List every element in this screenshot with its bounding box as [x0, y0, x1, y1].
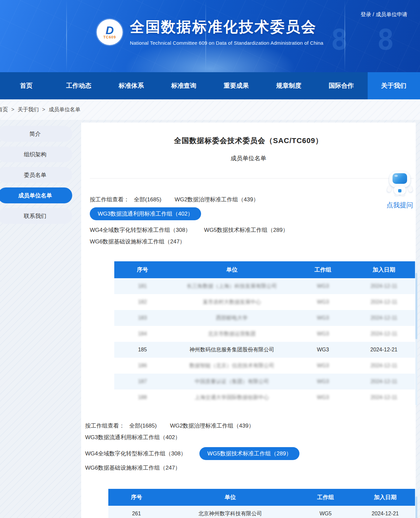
assistant-label[interactable]: 点我提问 — [385, 201, 415, 210]
table-row: 182某市农村大数据发展中心WG32024-12-11 — [114, 294, 415, 310]
table-header-row: 序号 单位 工作组 加入日期 — [108, 489, 415, 506]
nav-item-重要成果[interactable]: 重要成果 — [210, 72, 263, 99]
col-header-unit: 单位 — [165, 489, 296, 506]
filter-option[interactable]: 全部(1685) — [134, 196, 161, 203]
site-brand[interactable]: D TC609 全国数据标准化技术委员会 National Technical … — [97, 17, 323, 46]
nav-item-首页[interactable]: 首页 — [0, 72, 53, 99]
site-subtitle-en: National Technical Committee 609 on Data… — [130, 40, 323, 46]
nav-item-标准体系[interactable]: 标准体系 — [105, 72, 158, 99]
filter-group-wg5: 按工作组查看： 全部(1685)WG2数据治理标准工作组（439）WG3数据流通… — [85, 420, 376, 474]
filter-option[interactable]: 全部(1685) — [129, 422, 157, 430]
filter-option[interactable]: WG6数据基础设施标准工作组（247） — [85, 464, 181, 472]
breadcrumb-about[interactable]: 关于我们 — [18, 106, 39, 113]
filter-option[interactable]: WG4全域数字化转型标准工作组（308） — [85, 450, 186, 457]
banner-decor-digits: 8 8 — [331, 23, 400, 56]
col-header-date: 加入日期 — [353, 261, 415, 278]
col-header-group: 工作组 — [296, 489, 355, 506]
breadcrumb-separator: > — [42, 107, 45, 113]
page-subtitle: 成员单位名单 — [81, 154, 416, 162]
member-table-wg5: 序号 单位 工作组 加入日期 261北京神州数字科技有限公司WG52024-12… — [108, 489, 415, 518]
filter-option[interactable]: WG6数据基础设施标准工作组（247） — [90, 238, 185, 245]
filter-option[interactable]: WG3数据流通利用标准工作组（402） — [85, 434, 181, 441]
page-body: 简介组织架构委员名单成员单位名单联系我们 全国数据标委会技术委员会（SAC/TC… — [0, 120, 420, 518]
robot-assistant-icon[interactable] — [388, 171, 411, 195]
page-title: 全国数据标委会技术委员会（SAC/TC609） — [81, 123, 416, 146]
table-scrollbar[interactable] — [415, 261, 417, 405]
filter-option-selected[interactable]: WG5数据技术标准工作组（289） — [199, 447, 299, 460]
table-row: 181长三角数据（上海）科技发展有限公司WG32024-12-11 — [114, 278, 415, 294]
member-table-wg3-wrap: 序号 单位 工作组 加入日期 181长三角数据（上海）科技发展有限公司WG320… — [114, 261, 415, 405]
member-table-wg5-wrap: 序号 单位 工作组 加入日期 261北京神州数字科技有限公司WG52024-12… — [108, 489, 415, 518]
login-member-apply-link[interactable]: 登录 / 成员单位申请 — [361, 11, 407, 18]
assistant-widget[interactable]: 点我提问 — [385, 171, 415, 210]
table-row: 187中国质量认证（集团）有限公司WG32024-12-11 — [114, 374, 415, 389]
content-card: 全国数据标委会技术委员会（SAC/TC609） 成员单位名单 点我提问 按工作组… — [81, 123, 416, 518]
site-title: 全国数据标准化技术委员会 — [130, 17, 323, 37]
nav-item-工作动态[interactable]: 工作动态 — [53, 72, 105, 99]
sidebar-item-简介[interactable]: 简介 — [0, 126, 72, 142]
table-row: 183西部邮电大学WG32024-12-11 — [114, 310, 415, 326]
breadcrumb-home[interactable]: 首页 — [0, 106, 8, 113]
table-row: 186数据智能（北京）信息技术有限公司WG32024-12-11 — [114, 358, 415, 374]
sidebar-item-成员单位名单[interactable]: 成员单位名单 — [0, 187, 72, 203]
title-divider — [90, 178, 414, 179]
filter-option[interactable]: WG5数据技术标准工作组（289） — [204, 226, 288, 234]
nav-item-规章制度[interactable]: 规章制度 — [263, 72, 315, 99]
table-row: 188上海交通大学国际数据创新中心WG32024-12-11 — [114, 389, 415, 405]
breadcrumb: 首页 > 关于我们 > 成员单位名单 — [0, 99, 420, 120]
filter-option[interactable]: WG4全域数字化转型标准工作组（308） — [90, 226, 191, 234]
table-header-row: 序号 单位 工作组 加入日期 — [114, 261, 415, 278]
table-row: 184北京市数据运营集团WG32024-12-11 — [114, 326, 415, 342]
table-row: 185神州数码信息服务集团股份有限公司WG32024-12-21 — [114, 342, 415, 358]
filter-option[interactable]: WG2数据治理标准工作组（439） — [170, 422, 254, 430]
sidebar: 简介组织架构委员名单成员单位名单联系我们 — [0, 126, 75, 229]
filter-group-label: 按工作组查看： — [85, 422, 125, 430]
logo-d-mark: D — [106, 25, 114, 35]
sidebar-item-组织架构[interactable]: 组织架构 — [0, 146, 72, 162]
filter-group-wg3: 按工作组查看： 全部(1685)WG2数据治理标准工作组（439）WG3数据流通… — [90, 194, 376, 247]
breadcrumb-current: 成员单位名单 — [49, 106, 80, 113]
col-header-unit: 单位 — [171, 261, 293, 278]
member-table-wg3: 序号 单位 工作组 加入日期 181长三角数据（上海）科技发展有限公司WG320… — [114, 261, 415, 405]
tc609-logo[interactable]: D TC609 — [97, 19, 123, 45]
sidebar-item-联系我们[interactable]: 联系我们 — [0, 208, 72, 224]
nav-item-国际合作[interactable]: 国际合作 — [315, 72, 368, 99]
col-header-group: 工作组 — [293, 261, 353, 278]
main-nav: 首页工作动态标准体系标准查询重要成果规章制度国际合作关于我们 — [0, 72, 420, 99]
banner-streak — [66, 0, 67, 72]
col-header-no: 序号 — [108, 489, 165, 506]
site-banner: 8 8 登录 / 成员单位申请 D TC609 全国数据标准化技术委员会 Nat… — [0, 0, 420, 72]
logo-badge-text: TC609 — [103, 35, 116, 39]
col-header-no: 序号 — [114, 261, 171, 278]
nav-item-关于我们[interactable]: 关于我们 — [368, 72, 420, 99]
breadcrumb-separator: > — [11, 107, 14, 113]
col-header-date: 加入日期 — [355, 489, 415, 506]
filter-group-label: 按工作组查看： — [90, 196, 129, 203]
table-row: 261北京神州数字科技有限公司WG52024-12-21 — [108, 506, 415, 518]
filter-option-selected[interactable]: WG3数据流通利用标准工作组（402） — [90, 207, 201, 220]
sidebar-item-委员名单[interactable]: 委员名单 — [0, 167, 72, 183]
filter-option[interactable]: WG2数据治理标准工作组（439） — [175, 196, 259, 203]
table-scrollbar[interactable] — [415, 489, 417, 518]
nav-item-标准查询[interactable]: 标准查询 — [158, 72, 210, 99]
